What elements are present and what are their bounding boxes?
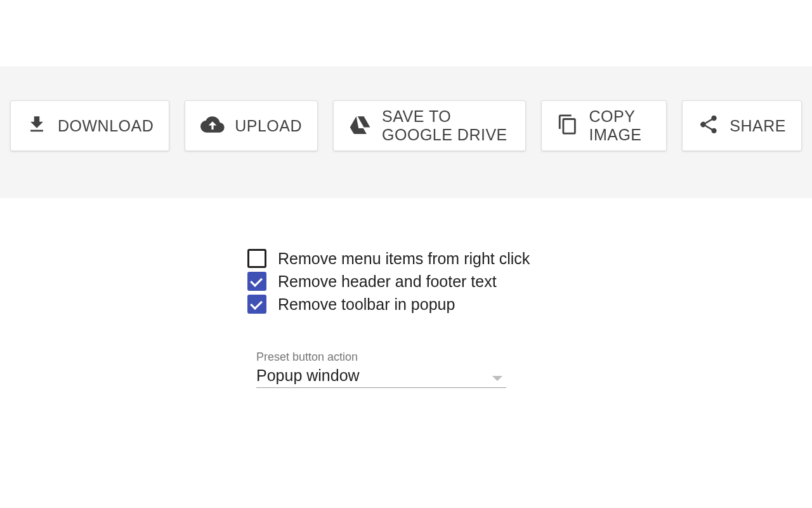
preset-action-value: Popup window xyxy=(256,366,506,385)
checkbox-checked-icon[interactable] xyxy=(247,272,266,291)
checkbox-checked-icon[interactable] xyxy=(247,295,266,314)
download-icon xyxy=(26,114,48,138)
download-label: Download xyxy=(58,117,154,135)
preset-action-label: Preset button action xyxy=(256,351,506,364)
google-drive-icon xyxy=(349,113,372,138)
share-button[interactable]: Share xyxy=(682,100,802,151)
option-remove-toolbar[interactable]: Remove toolbar in popup xyxy=(247,295,812,314)
copy-image-label: Copy Image xyxy=(589,107,651,144)
option-remove-menu[interactable]: Remove menu items from right click xyxy=(247,249,812,268)
save-drive-label: Save to Google Drive xyxy=(382,107,510,144)
share-icon xyxy=(698,114,719,138)
upload-label: Upload xyxy=(235,117,302,135)
share-label: Share xyxy=(730,117,786,135)
action-toolbar: Download Upload Save to Google Drive Cop… xyxy=(0,67,812,198)
dropdown-arrow-icon xyxy=(492,376,502,381)
checkbox-unchecked-icon[interactable] xyxy=(247,249,266,268)
cloud-upload-icon xyxy=(200,112,225,139)
option-remove-header-footer-label: Remove header and footer text xyxy=(278,272,497,291)
settings-section: Remove menu items from right click Remov… xyxy=(0,198,812,388)
top-spacer xyxy=(0,0,812,67)
option-remove-header-footer[interactable]: Remove header and footer text xyxy=(247,272,812,291)
download-button[interactable]: Download xyxy=(10,100,169,151)
save-drive-button[interactable]: Save to Google Drive xyxy=(333,100,526,151)
upload-button[interactable]: Upload xyxy=(185,100,318,151)
copy-icon xyxy=(557,114,579,138)
option-remove-menu-label: Remove menu items from right click xyxy=(278,250,530,268)
preset-action-select[interactable]: Preset button action Popup window xyxy=(256,351,506,388)
option-remove-toolbar-label: Remove toolbar in popup xyxy=(278,295,455,314)
copy-image-button[interactable]: Copy Image xyxy=(541,100,667,151)
